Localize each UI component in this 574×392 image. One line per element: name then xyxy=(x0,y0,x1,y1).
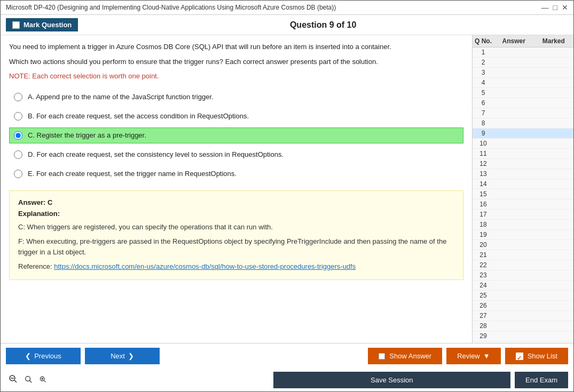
sidebar-row-marked xyxy=(534,99,574,107)
sidebar-row-answer xyxy=(494,140,534,147)
save-session-button[interactable]: Save Session xyxy=(273,372,511,388)
sidebar-row[interactable]: 25 xyxy=(473,291,573,301)
option-b-radio[interactable] xyxy=(14,112,22,121)
sidebar-row-answer xyxy=(494,170,534,178)
sidebar-row-marked xyxy=(534,119,574,127)
option-b-label: B. For each create request, set the acce… xyxy=(28,112,249,120)
option-c-radio[interactable] xyxy=(14,131,22,140)
sidebar-row-marked xyxy=(534,180,574,188)
sidebar-row[interactable]: 3 xyxy=(473,68,573,78)
end-exam-button[interactable]: End Exam xyxy=(515,372,568,388)
sidebar-row[interactable]: 19 xyxy=(473,230,573,240)
sidebar-row-num: 8 xyxy=(473,119,494,127)
toolbar: Mark Question Question 9 of 10 xyxy=(1,15,573,35)
zoom-in-button[interactable] xyxy=(37,374,49,386)
sidebar-row-num: 4 xyxy=(473,79,494,86)
reference-link[interactable]: https://docs.microsoft.com/en-us/azure/c… xyxy=(54,262,356,270)
option-a-radio[interactable] xyxy=(14,93,22,101)
sidebar-row[interactable]: 2 xyxy=(473,58,573,68)
option-e-radio[interactable] xyxy=(14,170,22,178)
next-button[interactable]: Next ❯ xyxy=(85,348,160,364)
sidebar-row-num: 13 xyxy=(473,170,494,178)
sidebar-row[interactable]: 15 xyxy=(473,189,573,199)
sidebar-row-num: 17 xyxy=(473,211,494,218)
option-d[interactable]: D. For each create request, set the cons… xyxy=(9,147,463,163)
sidebar-row[interactable]: 26 xyxy=(473,301,573,311)
sidebar-row[interactable]: 17 xyxy=(473,210,573,220)
option-b[interactable]: B. For each create request, set the acce… xyxy=(9,108,463,124)
sidebar-row-answer xyxy=(494,221,534,228)
sidebar-row[interactable]: 18 xyxy=(473,220,573,230)
option-c-label: C. Register the trigger as a pre-trigger… xyxy=(28,131,146,139)
sidebar-row-marked xyxy=(534,69,574,76)
sidebar-row[interactable]: 5 xyxy=(473,88,573,98)
sidebar-row[interactable]: 10 xyxy=(473,139,573,149)
sidebar-row[interactable]: 11 xyxy=(473,149,573,159)
maximize-icon[interactable]: □ xyxy=(553,3,557,12)
sidebar-row[interactable]: 16 xyxy=(473,199,573,210)
options-list: A. Append pre to the name of the JavaScr… xyxy=(9,89,463,182)
sidebar-row-num: 12 xyxy=(473,160,494,167)
sidebar-rows: 1234567891011121314151617181920212223242… xyxy=(473,47,573,343)
zoom-reset-button[interactable] xyxy=(22,374,35,386)
sidebar-row-num: 21 xyxy=(473,251,494,259)
sidebar-row[interactable]: 12 xyxy=(473,159,573,169)
sidebar-row[interactable]: 4 xyxy=(473,78,573,88)
sidebar-row[interactable]: 29 xyxy=(473,331,573,341)
explanation-text-2: F: When executing, pre-triggers are pass… xyxy=(18,236,454,257)
sidebar-row-num: 19 xyxy=(473,231,494,238)
minimize-icon[interactable]: — xyxy=(541,3,549,12)
sidebar-row-answer xyxy=(494,332,534,340)
option-e[interactable]: E. For each create request, set the trig… xyxy=(9,166,463,182)
previous-button[interactable]: ❮ Previous xyxy=(6,348,81,364)
sidebar-row[interactable]: 21 xyxy=(473,250,573,260)
sidebar-row-answer xyxy=(494,190,534,198)
option-d-radio[interactable] xyxy=(14,150,22,159)
sidebar-row-marked xyxy=(534,322,574,330)
sidebar-row-marked xyxy=(534,261,574,269)
sidebar-row[interactable]: 6 xyxy=(473,98,573,108)
question-title: Question 9 of 10 xyxy=(78,20,568,30)
sidebar-row[interactable]: 22 xyxy=(473,260,573,270)
sidebar-row-answer xyxy=(494,241,534,249)
sidebar-row-marked xyxy=(534,160,574,167)
sidebar-row[interactable]: 24 xyxy=(473,281,573,291)
sidebar-row[interactable]: 14 xyxy=(473,179,573,189)
sidebar-row-num: 5 xyxy=(473,89,494,97)
explanation-text-1: C: When triggers are registered, you can… xyxy=(18,222,454,233)
main-content: You need to implement a trigger in Azure… xyxy=(1,35,573,343)
sidebar-row[interactable]: 23 xyxy=(473,270,573,281)
option-c[interactable]: C. Register the trigger as a pre-trigger… xyxy=(9,127,463,143)
bottom-row1: ❮ Previous Next ❯ Show Answer Review ▼ S… xyxy=(1,343,573,369)
window-title: Microsoft DP-420 (Designing and Implemen… xyxy=(6,4,541,11)
sidebar-col-qno: Q No. xyxy=(473,37,494,45)
sidebar-row-num: 20 xyxy=(473,241,494,249)
sidebar-row[interactable]: 9 xyxy=(473,129,573,139)
sidebar-row[interactable]: 1 xyxy=(473,47,573,58)
sidebar-row[interactable]: 20 xyxy=(473,240,573,250)
sidebar-row-answer xyxy=(494,251,534,259)
sidebar-row-answer xyxy=(494,292,534,299)
question-note: NOTE: Each correct selection is worth on… xyxy=(9,71,463,82)
zoom-out-button[interactable] xyxy=(6,373,20,387)
sidebar-row[interactable]: 27 xyxy=(473,311,573,321)
sidebar-row[interactable]: 8 xyxy=(473,118,573,129)
reference-text: Reference: https://docs.microsoft.com/en… xyxy=(18,261,454,272)
sidebar-row-marked xyxy=(534,49,574,56)
show-list-button[interactable]: Show List xyxy=(505,348,568,364)
sidebar-row-answer xyxy=(494,231,534,238)
sidebar-row-num: 22 xyxy=(473,261,494,269)
close-icon[interactable]: ✕ xyxy=(562,3,568,12)
sidebar-row-marked xyxy=(534,190,574,198)
sidebar-row[interactable]: 28 xyxy=(473,321,573,331)
zoom-reset-icon xyxy=(24,375,33,383)
sidebar-row-marked xyxy=(534,312,574,319)
show-answer-button[interactable]: Show Answer xyxy=(368,348,442,364)
sidebar-row-num: 18 xyxy=(473,221,494,228)
sidebar-row[interactable]: 7 xyxy=(473,108,573,118)
sidebar-row[interactable]: 13 xyxy=(473,169,573,179)
option-a[interactable]: A. Append pre to the name of the JavaScr… xyxy=(9,89,463,105)
review-button[interactable]: Review ▼ xyxy=(446,348,501,364)
sidebar-row-answer xyxy=(494,302,534,309)
mark-question-button[interactable]: Mark Question xyxy=(6,18,78,31)
